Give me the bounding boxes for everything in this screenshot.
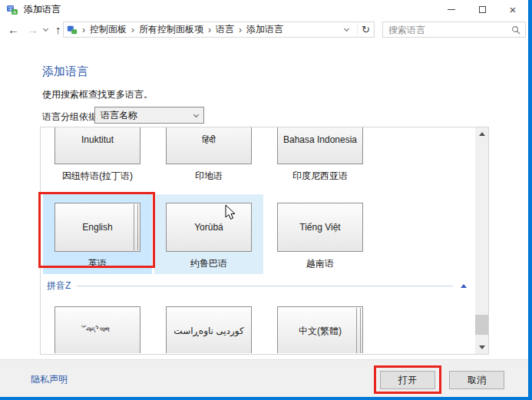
tile-native-name: བོད་ཡིག	[86, 326, 109, 336]
title-bar: 字 A 添加语言 ×	[0, 0, 528, 19]
language-cell-english[interactable]: English 英语	[43, 194, 152, 274]
forward-button[interactable]: →	[23, 24, 42, 35]
scroll-down-icon[interactable]	[475, 341, 488, 354]
language-row-3: བོད་ཡིག 藏语 کوردیی ناوەڕاست 中部库尔德语 中文(繁體)…	[43, 298, 474, 353]
address-bar-controls: ↻	[339, 22, 374, 37]
language-list: Inuktitut 因纽特语(拉丁语) हिंदी 印地语 Bahasa Ind…	[40, 127, 489, 355]
crumb-separator-icon: ›	[82, 25, 85, 35]
page-title: 添加语言	[42, 64, 88, 79]
crumb-separator-icon: ›	[131, 25, 134, 35]
back-button[interactable]: ←	[4, 24, 23, 35]
section-divider	[77, 286, 453, 286]
navigation-bar: ← → ↑ › 控制面板 › 所有控制面板项 › 语言 › 添加语言	[0, 19, 528, 40]
language-tile[interactable]: བོད་ཡིག	[55, 306, 140, 353]
crumb-separator-icon: ›	[239, 25, 242, 35]
refresh-button[interactable]: ↻	[357, 22, 374, 37]
svg-text:A: A	[13, 10, 16, 15]
tile-native-name: Tiếng Việt	[299, 222, 340, 233]
search-icon[interactable]	[511, 25, 520, 35]
group-by-label: 语言分组依据:	[42, 111, 100, 124]
language-cell-inuktitut[interactable]: Inuktitut 因纽特语(拉丁语)	[43, 127, 152, 194]
tile-native-name: کوردیی ناوەڕاست	[173, 326, 243, 336]
language-tile[interactable]: Yorùbá	[166, 203, 252, 252]
language-cell-vietnamese[interactable]: Tiếng Việt 越南语	[266, 194, 375, 274]
add-language-window: 字 A 添加语言 × ← → ↑ ›	[0, 0, 528, 397]
cancel-button[interactable]: 取消	[449, 371, 504, 389]
recent-pages-chevron-icon[interactable]	[43, 26, 48, 31]
breadcrumb-language-icon	[67, 25, 78, 35]
minimize-button[interactable]	[436, 0, 467, 19]
language-tile[interactable]: 中文(繁體)	[277, 306, 363, 353]
language-tile[interactable]: کوردیی ناوەڕاست	[166, 306, 252, 353]
close-button[interactable]: ×	[497, 0, 528, 19]
group-by-value: 语言名称	[101, 109, 137, 122]
breadcrumb-all-items[interactable]: 所有控制面板项	[139, 23, 203, 36]
language-row-2: English 英语 Yorùbá 约鲁巴语 Tiếng Việt 越南语	[43, 194, 474, 274]
open-button[interactable]: 打开	[380, 371, 435, 389]
address-bar[interactable]: › 控制面板 › 所有控制面板项 › 语言 › 添加语言 ↻	[63, 21, 375, 38]
tile-native-name: 中文(繁體)	[299, 325, 342, 338]
maximize-button[interactable]	[467, 0, 497, 19]
breadcrumb: › 控制面板 › 所有控制面板项 › 语言 › 添加语言	[78, 23, 339, 36]
search-input[interactable]	[383, 25, 511, 35]
window-controls: ×	[436, 0, 528, 19]
breadcrumb-language[interactable]: 语言	[216, 23, 234, 36]
tile-native-name: Yorùbá	[194, 222, 223, 233]
tile-chinese-label: 印地语	[195, 170, 223, 183]
language-tile[interactable]: Bahasa Indonesia	[277, 127, 363, 164]
footer-bar: 隐私声明 打开 取消	[0, 359, 528, 397]
language-cell-tibetan[interactable]: བོད་ཡིག 藏语	[43, 298, 152, 353]
collapse-section-icon[interactable]	[461, 284, 467, 288]
language-tile[interactable]: हिंदी	[166, 127, 252, 164]
language-tile[interactable]: English	[55, 203, 140, 252]
language-cell-hindi[interactable]: हिंदी 印地语	[154, 127, 263, 194]
language-cell-central-kurdish[interactable]: کوردیی ناوەڕاست 中部库尔德语	[154, 298, 263, 353]
language-row-1: Inuktitut 因纽特语(拉丁语) हिंदी 印地语 Bahasa Ind…	[43, 127, 474, 194]
tile-chinese-label: 印度尼西亚语	[292, 170, 348, 183]
section-header-pinyin-z: 拼音Z	[43, 274, 474, 298]
language-tile[interactable]: Tiếng Việt	[277, 203, 363, 252]
tile-native-name: Inuktitut	[81, 134, 114, 145]
tile-chinese-label: 因纽特语(拉丁语)	[62, 170, 133, 183]
tile-native-name: Bahasa Indonesia	[283, 134, 357, 145]
chevron-down-icon	[193, 111, 199, 117]
search-box	[382, 21, 526, 38]
language-cell-chinese-traditional[interactable]: 中文(繁體) 中文(繁体)	[266, 298, 375, 353]
tile-native-name: English	[82, 222, 112, 233]
tile-native-name: हिंदी	[202, 134, 215, 145]
tile-chinese-label: 越南语	[306, 257, 334, 270]
language-list-viewport: Inuktitut 因纽特语(拉丁语) हिंदी 印地语 Bahasa Ind…	[41, 127, 474, 353]
language-app-icon: 字 A	[6, 4, 18, 16]
language-cell-indonesian[interactable]: Bahasa Indonesia 印度尼西亚语	[266, 127, 375, 194]
scrollbar-thumb[interactable]	[475, 315, 488, 335]
page-subtitle: 使用搜索框查找更多语言。	[42, 88, 153, 101]
scroll-up-icon[interactable]	[475, 127, 488, 140]
breadcrumb-add-language[interactable]: 添加语言	[246, 23, 283, 36]
tile-chinese-label: 英语	[88, 257, 107, 270]
section-label: 拼音Z	[47, 279, 71, 293]
window-title: 添加语言	[24, 3, 61, 16]
vertical-scrollbar[interactable]	[475, 127, 488, 354]
address-dropdown-chevron-icon[interactable]	[339, 27, 357, 32]
privacy-statement-link[interactable]: 隐私声明	[31, 373, 68, 386]
mouse-cursor-icon	[225, 204, 236, 221]
group-by-combobox[interactable]: 语言名称	[94, 107, 204, 124]
language-tile[interactable]: Inuktitut	[55, 127, 140, 164]
language-cell-yoruba[interactable]: Yorùbá 约鲁巴语	[154, 194, 263, 274]
breadcrumb-control-panel[interactable]: 控制面板	[90, 23, 127, 36]
crumb-separator-icon: ›	[208, 25, 211, 35]
desktop-background: 字 A 添加语言 × ← → ↑ ›	[0, 0, 532, 400]
tile-chinese-label: 约鲁巴语	[190, 257, 227, 270]
